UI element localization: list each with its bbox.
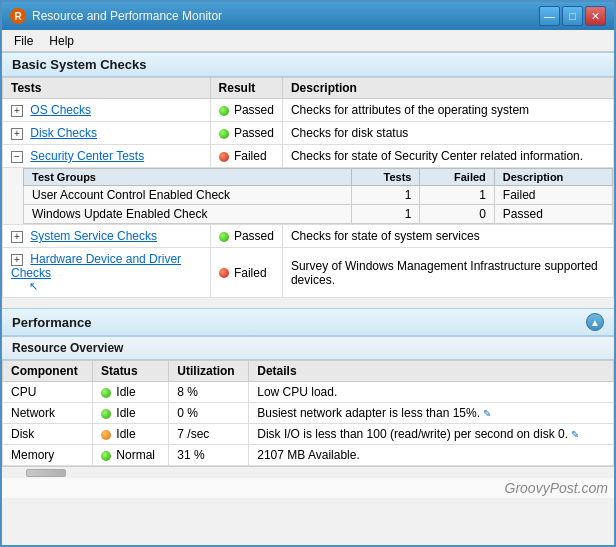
- memory-utilization: 31 %: [169, 445, 249, 466]
- performance-header: Performance ▲: [2, 308, 614, 336]
- uac-check-desc: Failed: [494, 186, 612, 205]
- table-row: CPU Idle 8 % Low CPU load.: [3, 382, 614, 403]
- res-col-details: Details: [249, 361, 614, 382]
- svc-checks-link[interactable]: System Service Checks: [30, 229, 157, 243]
- network-link-icon[interactable]: ✎: [483, 408, 491, 419]
- sub-col-failed: Failed: [420, 169, 494, 186]
- security-subtable-row: Test Groups Tests Failed Description: [3, 168, 614, 225]
- disk-status: Idle: [92, 424, 168, 445]
- security-checks-result-text: Failed: [234, 149, 267, 163]
- uac-check-name: User Account Control Enabled Check: [24, 186, 352, 205]
- table-row: Disk Idle 7 /sec Disk I/O is less than 1…: [3, 424, 614, 445]
- disk-utilization: 7 /sec: [169, 424, 249, 445]
- security-checks-expand[interactable]: −: [11, 151, 23, 163]
- memory-status-dot: [101, 451, 111, 461]
- disk-status-text: Idle: [116, 427, 135, 441]
- menu-bar: File Help: [2, 30, 614, 52]
- svc-checks-expand[interactable]: +: [11, 231, 23, 243]
- res-col-component: Component: [3, 361, 93, 382]
- memory-status-text: Normal: [116, 448, 155, 462]
- disk-link-icon[interactable]: ✎: [571, 429, 579, 440]
- basic-checks-header: Basic System Checks: [2, 52, 614, 77]
- disk-details: Disk I/O is less than 100 (read/write) p…: [249, 424, 614, 445]
- table-row: + Hardware Device and Driver Checks ↖ Fa…: [3, 248, 614, 298]
- hw-cursor-indicator: ↖: [29, 280, 202, 293]
- os-checks-link[interactable]: OS Checks: [30, 103, 91, 117]
- checks-header-row: Tests Result Description: [3, 78, 614, 99]
- performance-title: Performance: [12, 315, 91, 330]
- network-details-text: Busiest network adapter is less than 15%…: [257, 406, 480, 420]
- disk-checks-dot: [219, 129, 229, 139]
- basic-system-checks-section: Basic System Checks Tests Result Descrip…: [2, 52, 614, 302]
- security-sub-table: Test Groups Tests Failed Description: [23, 168, 613, 224]
- disk-details-text: Disk I/O is less than 100 (read/write) p…: [257, 427, 568, 441]
- title-bar: R Resource and Performance Monitor — □ ✕: [2, 2, 614, 30]
- resource-overview-title: Resource Overview: [12, 341, 123, 355]
- disk-status-dot: [101, 430, 111, 440]
- resource-overview-section: Resource Overview Component Status Utili…: [2, 336, 614, 478]
- table-row: + System Service Checks Passed Checks fo…: [3, 225, 614, 248]
- col-tests: Tests: [3, 78, 211, 99]
- cpu-utilization: 8 %: [169, 382, 249, 403]
- col-description: Description: [282, 78, 613, 99]
- resource-table: Component Status Utilization Details CPU: [2, 360, 614, 466]
- disk-checks-desc: Checks for disk status: [282, 122, 613, 145]
- horizontal-scrollbar[interactable]: [2, 466, 614, 478]
- security-checks-cell: − Security Center Tests: [3, 145, 211, 168]
- hw-checks-link[interactable]: Hardware Device and Driver Checks: [11, 252, 181, 280]
- network-status-text: Idle: [116, 406, 135, 420]
- network-component: Network: [3, 403, 93, 424]
- cpu-component: CPU: [3, 382, 93, 403]
- svc-checks-result-text: Passed: [234, 229, 274, 243]
- watermark: GroovyPost.com: [2, 478, 614, 498]
- security-checks-desc: Checks for state of Security Center rela…: [282, 145, 613, 168]
- table-row: Memory Normal 31 % 2107 MB Available.: [3, 445, 614, 466]
- window-content: Basic System Checks Tests Result Descrip…: [2, 52, 614, 545]
- svc-checks-desc: Checks for state of system services: [282, 225, 613, 248]
- hw-checks-result-text: Failed: [234, 266, 267, 280]
- disk-checks-result-text: Passed: [234, 126, 274, 140]
- wupdate-check-name: Windows Update Enabled Check: [24, 205, 352, 224]
- sub-col-desc: Description: [494, 169, 612, 186]
- disk-component: Disk: [3, 424, 93, 445]
- performance-collapse-button[interactable]: ▲: [586, 313, 604, 331]
- scrollbar-thumb: [26, 469, 66, 477]
- res-col-status: Status: [92, 361, 168, 382]
- os-checks-dot: [219, 106, 229, 116]
- wupdate-check-desc: Passed: [494, 205, 612, 224]
- svc-checks-dot: [219, 232, 229, 242]
- security-checks-link[interactable]: Security Center Tests: [30, 149, 144, 163]
- menu-file[interactable]: File: [6, 32, 41, 50]
- window-controls: — □ ✕: [539, 6, 606, 26]
- close-button[interactable]: ✕: [585, 6, 606, 26]
- os-checks-result: Passed: [210, 99, 282, 122]
- hw-checks-cell: + Hardware Device and Driver Checks ↖: [3, 248, 211, 298]
- table-row: User Account Control Enabled Check 1 1 F…: [24, 186, 613, 205]
- disk-checks-cell: + Disk Checks: [3, 122, 211, 145]
- sub-table-header: Test Groups Tests Failed Description: [24, 169, 613, 186]
- memory-component: Memory: [3, 445, 93, 466]
- security-checks-result: Failed: [210, 145, 282, 168]
- disk-checks-expand[interactable]: +: [11, 128, 23, 140]
- disk-checks-result: Passed: [210, 122, 282, 145]
- main-scroll-area[interactable]: Basic System Checks Tests Result Descrip…: [2, 52, 614, 545]
- cpu-status: Idle: [92, 382, 168, 403]
- disk-checks-link[interactable]: Disk Checks: [30, 126, 97, 140]
- resource-overview-header: Resource Overview: [2, 336, 614, 360]
- main-window: R Resource and Performance Monitor — □ ✕…: [0, 0, 616, 547]
- os-checks-desc: Checks for attributes of the operating s…: [282, 99, 613, 122]
- hw-checks-result: Failed: [210, 248, 282, 298]
- menu-help[interactable]: Help: [41, 32, 82, 50]
- memory-status: Normal: [92, 445, 168, 466]
- hw-checks-expand[interactable]: +: [11, 254, 23, 266]
- uac-check-tests: 1: [351, 186, 419, 205]
- table-row: − Security Center Tests Failed Checks fo…: [3, 145, 614, 168]
- network-status: Idle: [92, 403, 168, 424]
- maximize-button[interactable]: □: [562, 6, 583, 26]
- svc-checks-cell: + System Service Checks: [3, 225, 211, 248]
- table-row: Windows Update Enabled Check 1 0 Passed: [24, 205, 613, 224]
- table-row: + Disk Checks Passed Checks for disk sta…: [3, 122, 614, 145]
- os-checks-expand[interactable]: +: [11, 105, 23, 117]
- resource-header-row: Component Status Utilization Details: [3, 361, 614, 382]
- minimize-button[interactable]: —: [539, 6, 560, 26]
